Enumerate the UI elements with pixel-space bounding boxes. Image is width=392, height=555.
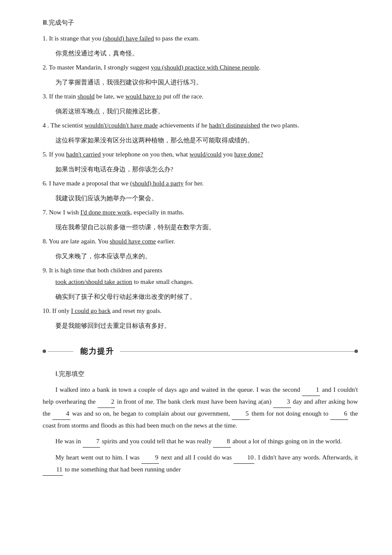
item-5-underlined2: would/could: [190, 151, 222, 158]
exercise-item-5: 5. If you hadn't carried your telephone …: [43, 149, 358, 175]
item-3-text-before: If the train: [49, 93, 78, 100]
exercise-item-3: 3. If the train should be late, we would…: [43, 91, 358, 117]
blank-10: 10: [233, 452, 254, 464]
blank-3: 3: [273, 396, 291, 408]
item-9-text-before: It is high time that both children and p…: [49, 267, 162, 274]
item-5-text-mid2: you: [222, 151, 234, 158]
blank-5: 5: [232, 408, 250, 420]
exercise-item-1: 1. It is strange that you (should) have …: [43, 33, 358, 59]
divider-right-bullet: [355, 350, 358, 353]
blank-7: 7: [83, 436, 101, 448]
blank-1: 1: [302, 384, 320, 396]
p1-text-5: was and so on, he began to complain abou…: [70, 410, 232, 417]
item-5-text-mid1: your telephone on you then, what: [101, 151, 189, 158]
section-3-title: Ⅲ.完成句子: [43, 17, 358, 29]
divider-right-line: [120, 351, 355, 352]
item-10-underlined: I could go back: [71, 307, 111, 314]
item-5-number: 5.: [43, 151, 47, 158]
item-6-underlined: (should) hold a party: [130, 180, 183, 187]
item-4-text-after: the two plants.: [260, 122, 299, 129]
p3-text-3: . I didn't have any words. Afterwards, i…: [254, 454, 358, 461]
item-4-chinese: 这位科学家如果没有区分出这两种植物，那么他是不可能取得成绩的。: [43, 135, 358, 146]
paragraph-1: I walked into a bank in town a couple of…: [43, 384, 358, 431]
item-10-number: 10.: [43, 307, 51, 314]
item-4-text-mid1: achievements if he: [158, 122, 209, 129]
item-6-text-after: for her.: [184, 180, 204, 187]
exercise-item-2: 2. To master Mandarin, I strongly sugges…: [43, 62, 358, 88]
blank-4: 4: [52, 408, 70, 420]
item-3-chinese: 倘若这班车晚点，我们只能推迟比赛。: [43, 106, 358, 117]
blank-2: 2: [98, 396, 115, 408]
exercise-item-4: 4 . The scientist wouldn't/couldn't have…: [43, 120, 358, 146]
item-2-number: 2.: [43, 64, 47, 71]
item-8-chinese: 你又来晚了，你本应该早点来的。: [43, 251, 358, 262]
exercise-item-9: 9. It is high time that both children an…: [43, 265, 358, 303]
exercise-item-10: 10. If only I could go back and reset my…: [43, 305, 358, 332]
blank-11: 11: [43, 464, 63, 476]
item-1-text-after: to pass the exam.: [154, 35, 199, 42]
item-1-chinese: 你竟然没通过考试，真奇怪。: [43, 48, 358, 59]
p1-text-6: them for not doing enough to: [250, 410, 331, 417]
item-1-underlined: (should) have failed: [103, 35, 154, 42]
item-9-number: 9.: [43, 267, 47, 274]
section-1-title: Ⅰ.完形填空: [43, 368, 358, 380]
item-10-chinese: 要是我能够回到过去重定目标该有多好。: [43, 320, 358, 332]
p1-text-1: I walked into a bank in town a couple of…: [55, 386, 302, 393]
exercise-item-8: 8. You are late again. You should have c…: [43, 236, 358, 262]
item-9-chinese: 确实到了孩子和父母行动起来做出改变的时候了。: [43, 291, 358, 303]
p3-text-1: My heart went out to him. I was: [55, 454, 141, 461]
item-6-number: 6.: [43, 180, 47, 187]
p1-text-3: in front of me. The bank clerk must have…: [115, 398, 273, 405]
item-1-text-before: It is strange that you: [49, 35, 103, 42]
item-3-text-after: put off the race.: [161, 93, 203, 100]
item-8-text-before: You are late again. You: [49, 238, 110, 245]
item-3-underlined1: should: [78, 93, 95, 100]
item-3-text-mid1: be late, we: [95, 93, 125, 100]
item-5-underlined3: have done?: [234, 151, 263, 158]
blank-8: 8: [213, 436, 231, 448]
item-7-underlined: I'd done more work,: [81, 209, 132, 216]
paragraph-3: My heart went out to him. I was 9 next a…: [43, 452, 358, 476]
p2-text-1: He was in: [55, 438, 83, 445]
item-7-text-before: Now I wish: [49, 209, 81, 216]
item-3-number: 3.: [43, 93, 47, 100]
p2-text-2: spirits and you could tell that he was r…: [100, 438, 213, 445]
item-3-underlined2: would have to: [125, 93, 161, 100]
section-3: Ⅲ.完成句子 1. It is strange that you (should…: [43, 17, 358, 332]
ability-divider: 能力提升: [43, 344, 358, 359]
paragraph-2: He was in 7 spirits and you could tell t…: [43, 436, 358, 448]
p2-text-3: about a lot of things going on in the wo…: [231, 438, 342, 445]
item-2-chinese: 为了掌握普通话，我强烈建议你和中国人进行练习。: [43, 77, 358, 88]
item-4-underlined2: hadn't distinguished: [209, 122, 260, 129]
item-8-number: 8.: [43, 238, 47, 245]
item-2-text-after: .: [259, 64, 261, 71]
item-4-underlined1: wouldn't/couldn't have made: [84, 122, 158, 129]
blank-6: 6: [330, 408, 348, 420]
divider-left-line: [48, 351, 73, 352]
exercise-item-6: 6. I have made a proposal that we (shoul…: [43, 178, 358, 204]
item-6-text-before: I have made a proposal that we: [49, 180, 130, 187]
exercise-item-7: 7. Now I wish I'd done more work, especi…: [43, 207, 358, 233]
section-1: Ⅰ.完形填空 I walked into a bank in town a co…: [43, 368, 358, 476]
item-5-chinese: 如果当时没有电话在身边，那你该怎么办?: [43, 164, 358, 175]
item-8-underlined: should have come: [110, 238, 156, 245]
ability-title: 能力提升: [76, 344, 118, 359]
item-4-number: 4 .: [43, 122, 49, 129]
item-7-text-after: especially in maths.: [132, 209, 184, 216]
p3-text-4: to me something that had been running un…: [63, 466, 181, 473]
p3-text-2: next and all I could do was: [159, 454, 233, 461]
item-4-text-before: The scientist: [50, 122, 84, 129]
divider-left-bullet: [43, 350, 46, 353]
item-10-text-after: and reset my goals.: [111, 307, 162, 314]
item-7-chinese: 现在我希望自己以前多做一些功课，特别是在数学方面。: [43, 222, 358, 233]
blank-9: 9: [141, 452, 159, 464]
item-5-text-before: If you: [49, 151, 66, 158]
item-6-chinese: 我建议我们应该为她举办一个聚会。: [43, 193, 358, 204]
item-2-text-before: To master Mandarin, I strongly suggest: [49, 64, 151, 71]
item-9-text-after: to make small changes.: [132, 278, 193, 285]
item-10-text-before: If only: [52, 307, 71, 314]
item-9-underlined: took action/should take action: [55, 278, 132, 285]
item-8-text-after: earlier.: [156, 238, 175, 245]
item-1-number: 1.: [43, 35, 47, 42]
item-2-underlined: you (should) practice with Chinese peopl…: [151, 64, 259, 71]
